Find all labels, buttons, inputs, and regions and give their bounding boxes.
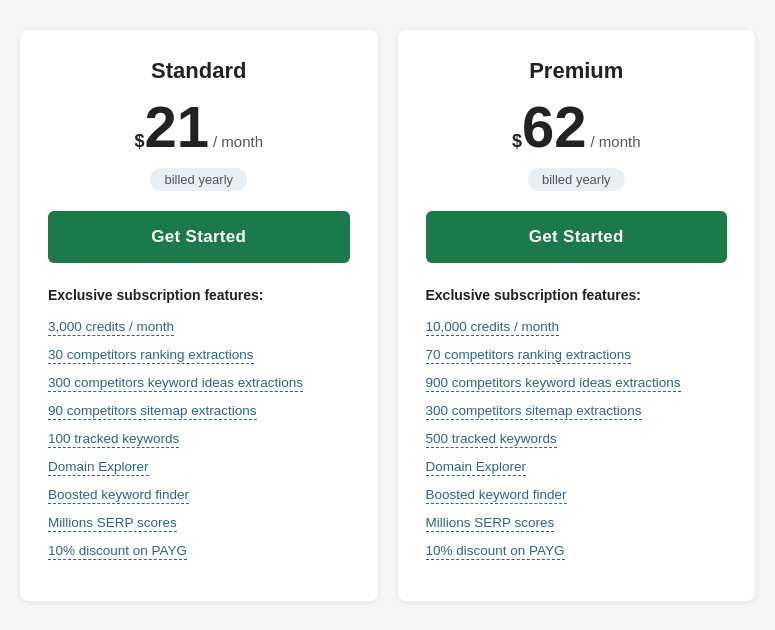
list-item: 500 tracked keywords xyxy=(426,429,728,447)
list-item: Millions SERP scores xyxy=(48,513,350,531)
feature-link-premium-6[interactable]: Boosted keyword finder xyxy=(426,487,567,504)
feature-link-standard-5[interactable]: Domain Explorer xyxy=(48,459,149,476)
feature-link-standard-7[interactable]: Millions SERP scores xyxy=(48,515,177,532)
list-item: 10% discount on PAYG xyxy=(426,541,728,559)
price-amount-premium: 62 xyxy=(522,98,587,156)
list-item: 900 competitors keyword ideas extraction… xyxy=(426,373,728,391)
feature-link-standard-0[interactable]: 3,000 credits / month xyxy=(48,319,174,336)
pricing-container: Standard$21/ monthbilled yearlyGet Start… xyxy=(0,10,775,621)
feature-link-standard-8[interactable]: 10% discount on PAYG xyxy=(48,543,187,560)
pricing-card-standard: Standard$21/ monthbilled yearlyGet Start… xyxy=(20,30,378,601)
price-row-standard: $21/ month xyxy=(48,98,350,156)
price-currency-standard: $ xyxy=(134,132,144,150)
billed-label-premium: billed yearly xyxy=(528,168,625,191)
price-amount-standard: 21 xyxy=(144,98,209,156)
billed-label-standard: billed yearly xyxy=(150,168,247,191)
list-item: Domain Explorer xyxy=(426,457,728,475)
list-item: 10% discount on PAYG xyxy=(48,541,350,559)
plan-name-premium: Premium xyxy=(426,58,728,84)
list-item: 30 competitors ranking extractions xyxy=(48,345,350,363)
feature-link-standard-1[interactable]: 30 competitors ranking extractions xyxy=(48,347,254,364)
feature-link-standard-3[interactable]: 90 competitors sitemap extractions xyxy=(48,403,257,420)
billed-badge-premium: billed yearly xyxy=(426,168,728,191)
list-item: 70 competitors ranking extractions xyxy=(426,345,728,363)
features-heading-standard: Exclusive subscription features: xyxy=(48,287,350,303)
price-row-premium: $62/ month xyxy=(426,98,728,156)
billed-badge-standard: billed yearly xyxy=(48,168,350,191)
feature-link-standard-4[interactable]: 100 tracked keywords xyxy=(48,431,179,448)
features-list-premium: 10,000 credits / month70 competitors ran… xyxy=(426,317,728,559)
list-item: Millions SERP scores xyxy=(426,513,728,531)
pricing-card-premium: Premium$62/ monthbilled yearlyGet Starte… xyxy=(398,30,756,601)
list-item: 3,000 credits / month xyxy=(48,317,350,335)
list-item: 10,000 credits / month xyxy=(426,317,728,335)
list-item: 100 tracked keywords xyxy=(48,429,350,447)
list-item: Boosted keyword finder xyxy=(48,485,350,503)
plan-name-standard: Standard xyxy=(48,58,350,84)
get-started-button-premium[interactable]: Get Started xyxy=(426,211,728,263)
price-period-standard: / month xyxy=(213,133,263,150)
list-item: Domain Explorer xyxy=(48,457,350,475)
list-item: 90 competitors sitemap extractions xyxy=(48,401,350,419)
list-item: Boosted keyword finder xyxy=(426,485,728,503)
feature-link-premium-1[interactable]: 70 competitors ranking extractions xyxy=(426,347,632,364)
feature-link-premium-0[interactable]: 10,000 credits / month xyxy=(426,319,560,336)
feature-link-premium-8[interactable]: 10% discount on PAYG xyxy=(426,543,565,560)
feature-link-premium-5[interactable]: Domain Explorer xyxy=(426,459,527,476)
features-list-standard: 3,000 credits / month30 competitors rank… xyxy=(48,317,350,559)
features-heading-premium: Exclusive subscription features: xyxy=(426,287,728,303)
list-item: 300 competitors sitemap extractions xyxy=(426,401,728,419)
feature-link-premium-3[interactable]: 300 competitors sitemap extractions xyxy=(426,403,642,420)
feature-link-premium-4[interactable]: 500 tracked keywords xyxy=(426,431,557,448)
feature-link-standard-2[interactable]: 300 competitors keyword ideas extraction… xyxy=(48,375,303,392)
price-currency-premium: $ xyxy=(512,132,522,150)
get-started-button-standard[interactable]: Get Started xyxy=(48,211,350,263)
list-item: 300 competitors keyword ideas extraction… xyxy=(48,373,350,391)
feature-link-premium-2[interactable]: 900 competitors keyword ideas extraction… xyxy=(426,375,681,392)
feature-link-premium-7[interactable]: Millions SERP scores xyxy=(426,515,555,532)
feature-link-standard-6[interactable]: Boosted keyword finder xyxy=(48,487,189,504)
price-period-premium: / month xyxy=(591,133,641,150)
